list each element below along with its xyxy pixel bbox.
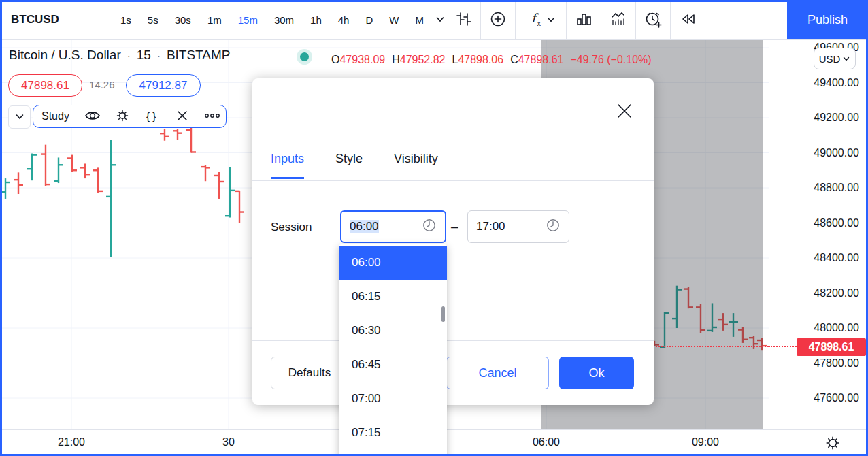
tab-visibility[interactable]: Visibility	[394, 152, 438, 179]
last-price-line	[769, 346, 797, 347]
ohlc-value: 47938.09	[339, 54, 385, 65]
ohlc-value: 47952.82	[400, 54, 446, 65]
ohlc-key: C	[510, 54, 518, 65]
dropdown-option[interactable]: 06:15	[339, 280, 447, 314]
cancel-button[interactable]: Cancel	[446, 357, 549, 389]
dropdown-option[interactable]: 06:00	[339, 246, 447, 280]
symbol-label: BTCUSD	[11, 13, 59, 27]
session-range-dash: –	[451, 219, 458, 234]
buy-price-button[interactable]: 47912.87	[126, 74, 201, 97]
time-axis-label: 21:00	[51, 436, 92, 449]
price-axis[interactable]	[769, 39, 868, 429]
study-toolbar: Study { }	[33, 105, 227, 128]
session-end-input[interactable]: 17:00	[467, 210, 569, 243]
study-eye-button[interactable]	[78, 107, 107, 127]
compare-add-button[interactable]	[480, 0, 515, 39]
study-settings-dialog: InputsStyleVisibility Session 06:00 – 17…	[252, 78, 654, 405]
publish-label: Publish	[807, 13, 848, 27]
chart-legend[interactable]: Bitcoin / U.S. Dollar · 15 · BITSTAMP	[9, 48, 230, 63]
close-icon	[614, 101, 635, 123]
indicator-templates-icon	[574, 10, 593, 31]
clock-icon	[546, 218, 561, 236]
timeframe-4h[interactable]: 4h	[338, 14, 350, 26]
indicators-fx-button[interactable]: fx	[515, 0, 566, 39]
timeframe-30s[interactable]: 30s	[175, 14, 191, 26]
study-icon-group: { }	[78, 107, 227, 127]
price-axis-label: 48400.00	[814, 252, 859, 264]
spread-value: 14.26	[89, 79, 115, 91]
timeframe-W[interactable]: W	[389, 14, 399, 26]
alert-clock-icon	[644, 10, 663, 31]
replay-button[interactable]	[670, 0, 705, 39]
price-axis-label: 47800.00	[814, 357, 859, 370]
time-axis-label: 30	[208, 436, 249, 449]
study-more-button[interactable]	[197, 107, 227, 127]
timeframe-1h[interactable]: 1h	[310, 14, 322, 26]
fundamentals-icon	[609, 10, 628, 31]
defaults-button[interactable]: Defaults	[271, 357, 348, 389]
price-axis-label: 49400.00	[814, 77, 859, 89]
axis-settings-button[interactable]	[824, 435, 841, 453]
ohlc-value: 47898.61	[518, 54, 564, 65]
study-title: Study	[41, 110, 69, 123]
timeframe-1m[interactable]: 1m	[207, 14, 222, 26]
indicator-templates-button[interactable]	[566, 0, 601, 39]
more-icon	[202, 107, 222, 127]
ohlc-key: H	[392, 54, 400, 65]
price-axis-label: 48000.00	[814, 322, 859, 334]
chevron-down-icon	[842, 53, 850, 65]
timeframe-1s[interactable]: 1s	[120, 14, 131, 26]
timeframe-30m[interactable]: 30m	[274, 14, 294, 26]
alert-clock-button[interactable]	[635, 0, 670, 39]
dialog-close-button[interactable]	[614, 101, 635, 122]
study-source-code-button[interactable]: { }	[137, 107, 167, 127]
last-price-badge: 47898.61	[797, 338, 866, 356]
dropdown-option[interactable]: 07:00	[339, 382, 447, 416]
interval-label: 15	[137, 48, 151, 63]
svg-text:{ }: { }	[146, 110, 156, 121]
axis-separator	[769, 430, 769, 456]
change-value: −49.76 (−0.10%)	[570, 54, 651, 65]
publish-button[interactable]: Publish	[787, 0, 868, 39]
tab-inputs[interactable]: Inputs	[271, 152, 304, 179]
dropdown-option[interactable]: 06:30	[339, 314, 447, 348]
session-label: Session	[271, 221, 312, 234]
session-start-input[interactable]: 06:00	[340, 210, 446, 243]
timeframe-5s[interactable]: 5s	[148, 14, 158, 26]
gear-icon	[114, 107, 131, 127]
time-axis-label: 09:00	[685, 436, 726, 449]
study-gear-button[interactable]	[107, 107, 137, 127]
currency-toggle-button[interactable]: USD	[814, 48, 856, 69]
timeframe-menu-button[interactable]	[435, 0, 446, 39]
close-icon	[174, 108, 190, 126]
dropdown-list: 06:0006:1506:3006:4507:0007:15	[339, 246, 447, 450]
legend-collapse-button[interactable]	[8, 105, 31, 129]
price-axis-label: 48800.00	[814, 182, 859, 194]
price-axis-label: 47600.00	[814, 392, 859, 404]
chevron-down-icon	[547, 14, 555, 26]
sun-gear-icon	[824, 434, 841, 454]
timeframe-M[interactable]: M	[415, 14, 424, 26]
timeframe-D[interactable]: D	[365, 14, 373, 26]
study-close-button[interactable]	[167, 107, 197, 127]
ok-button[interactable]: Ok	[559, 357, 634, 389]
tab-style[interactable]: Style	[335, 152, 363, 179]
eye-icon	[84, 107, 101, 127]
price-axis-label: 49200.00	[814, 112, 859, 124]
footer-divider	[252, 340, 654, 341]
dropdown-option[interactable]: 06:45	[339, 348, 447, 382]
exchange-label: BITSTAMP	[167, 48, 231, 63]
toolbar-icon-group: fx	[446, 0, 705, 39]
chart-type-bars-button[interactable]	[446, 0, 480, 39]
timeframe-15m[interactable]: 15m	[238, 14, 258, 26]
sell-price-button[interactable]: 47898.61	[8, 74, 82, 97]
top-toolbar: BTCUSD 1s5s30s1m15m30m1h4hDWM fx Publish	[0, 0, 868, 40]
ohlc-value: 47898.06	[458, 54, 503, 65]
replay-icon	[678, 10, 697, 31]
fundamentals-button[interactable]	[601, 0, 635, 39]
dropdown-option[interactable]: 07:15	[339, 416, 447, 450]
symbol-button[interactable]: BTCUSD	[0, 0, 105, 39]
time-axis-label: 06:00	[526, 436, 567, 449]
tab-divider	[252, 180, 654, 181]
dropdown-scrollbar[interactable]	[441, 306, 445, 322]
